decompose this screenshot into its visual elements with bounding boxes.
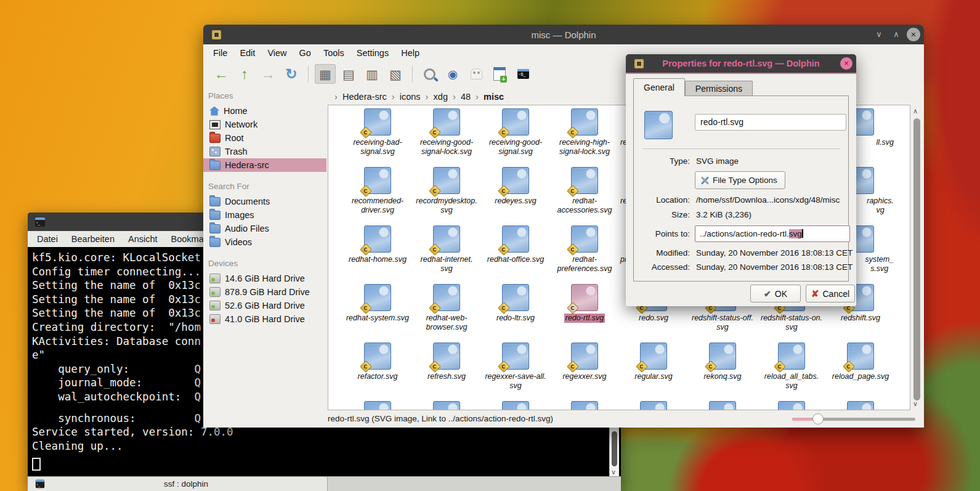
dolphin-menu-item[interactable]: Edit [233,48,261,58]
back-button[interactable]: ← [211,64,232,84]
ok-button[interactable]: ✔ OK [750,285,801,302]
breadcrumb-item[interactable]: misc [484,92,504,102]
file-item[interactable]: redo-ltr.svg [481,282,550,341]
place-item[interactable]: Home [203,104,326,118]
file-item[interactable]: redhat-system.svg [343,282,412,341]
preview-panel-button[interactable]: ▧ [385,64,406,84]
terminal-scrollbar-thumb[interactable] [612,431,617,466]
close-button[interactable]: × [907,28,920,41]
file-item[interactable] [412,399,481,410]
zoom-slider[interactable] [792,416,915,421]
search-button[interactable] [419,64,440,84]
file-item[interactable]: redhat-web- browser.svg [412,282,481,341]
file-item[interactable]: refresh.svg [412,341,481,399]
breadcrumb-item[interactable]: xdg [434,92,448,102]
forward-button[interactable]: → [257,64,278,84]
file-item[interactable] [826,399,895,410]
device-item[interactable]: 52.6 GiB Hard Drive [203,299,326,312]
file-item[interactable]: redhat-internet. svg [412,224,481,282]
file-item[interactable]: receiving-good- signal.svg [481,107,550,165]
device-item[interactable]: 41.0 GiB Hard Drive [203,312,326,326]
search-for-item[interactable]: Images [203,208,326,222]
file-item[interactable]: receiving-high- signal-lock.svg [550,107,619,165]
up-button[interactable]: ↑ [234,64,255,84]
place-item[interactable]: Root [203,131,326,145]
place-label: Hedera-src [225,160,269,170]
open-terminal-button[interactable] [512,64,533,84]
scroll-down-icon[interactable]: ∨ [611,468,616,476]
file-item[interactable]: redhat- preferences.svg [550,224,619,282]
breadcrumb-item[interactable]: Hedera-src [342,92,387,102]
konsole-menu-item[interactable]: Ansicht [128,234,158,244]
device-item[interactable]: 14.6 GiB Hard Drive [203,272,326,285]
file-item[interactable] [619,399,688,410]
file-item[interactable]: recordmydesktop. svg [412,165,481,224]
details-view-button[interactable]: ▥ [362,64,383,84]
icons-view-button[interactable]: ▦ [315,64,336,84]
place-item[interactable]: Hedera-src [203,158,326,172]
breadcrumb-item[interactable]: icons [400,92,421,102]
points-to-field[interactable]: ../actions/action-redo-rtl.svg [695,225,850,242]
dialog-tabs: GeneralPermissions [633,79,753,96]
dolphin-menu-item[interactable]: File [207,48,233,58]
file-item[interactable] [343,399,412,410]
split-view-button[interactable] [489,64,510,84]
place-icon [209,120,221,129]
compact-view-button[interactable]: ▤ [338,64,359,84]
preview-button[interactable]: ◉ [442,64,463,84]
file-type-options-button[interactable]: File Type Options [695,171,785,189]
konsole-tab[interactable]: ssf : dolphin [28,477,328,491]
file-item[interactable]: redeyes.svg [481,165,550,224]
device-item[interactable]: 878.9 GiB Hard Drive [203,285,326,299]
symlink-emblem-icon [498,243,510,256]
dolphin-menu-item[interactable]: Tools [317,48,350,58]
dolphin-menu-item[interactable]: Go [293,48,317,58]
konsole-menu-item[interactable]: Datei [37,234,58,244]
file-item[interactable]: recommended- driver.svg [343,165,412,224]
file-item[interactable] [481,399,550,410]
file-item[interactable] [688,399,757,410]
scroll-down-icon[interactable]: ∨ [913,400,918,408]
dolphin-menu-item[interactable]: View [261,48,293,58]
file-item[interactable]: regexxer-save-all. svg [481,341,550,399]
file-item[interactable]: redhat- accessories.svg [550,165,619,224]
place-item[interactable]: Trash [203,145,326,158]
zoom-slider-handle[interactable] [812,413,824,424]
filename-field[interactable]: redo-rtl.svg [695,114,846,131]
file-item[interactable]: redhat-home.svg [343,224,412,282]
file-item[interactable]: receiving-bad- signal.svg [343,107,412,165]
file-item[interactable]: reload_all_tabs. svg [757,341,826,399]
file-item[interactable]: redo-rtl.svg [550,282,619,341]
search-for-item[interactable]: Documents [203,195,326,208]
dolphin-titlebar[interactable]: misc — Dolphin ∨ ∧ × [203,25,924,44]
hidden-files-button[interactable] [466,64,487,84]
minimize-button[interactable]: ∨ [872,28,886,41]
dolphin-menu-item[interactable]: Help [395,48,426,58]
file-item[interactable] [757,399,826,410]
file-item[interactable]: refactor.svg [343,341,412,399]
file-item[interactable] [550,399,619,410]
konsole-menu-item[interactable]: Bearbeiten [71,234,115,244]
breadcrumb-item[interactable]: 48 [461,92,471,102]
file-item[interactable]: reload_page.svg [826,341,895,399]
refresh-button[interactable]: ↻ [281,64,302,84]
dialog-tab[interactable]: General [633,78,685,96]
dialog-titlebar[interactable]: Properties for redo-rtl.svg — Dolphin × [626,54,856,74]
search-for-item[interactable]: Videos [203,235,326,249]
file-item[interactable]: redhat-office.svg [481,224,550,282]
file-item[interactable]: regexxer.svg [550,341,619,399]
search-for-item[interactable]: Audio Files [203,222,326,235]
dolphin-menu-item[interactable]: Settings [350,48,395,58]
maximize-button[interactable]: ∧ [889,28,903,41]
file-item[interactable]: receiving-good- signal-lock.svg [412,107,481,165]
file-view-scrollbar[interactable]: ∧ ∨ [912,106,921,409]
scroll-up-icon[interactable]: ∧ [913,107,918,115]
file-label: redo-rtl.svg [564,314,605,323]
file-item[interactable]: rekonq.svg [688,341,757,399]
dialog-close-button[interactable]: × [840,57,852,70]
cancel-button[interactable]: ✘ Cancel [806,285,855,302]
place-item[interactable]: Network [203,118,326,131]
file-item[interactable]: regular.svg [619,341,688,399]
dialog-tab[interactable]: Permissions [685,81,753,96]
file-view-scrollbar-thumb[interactable] [913,118,920,400]
